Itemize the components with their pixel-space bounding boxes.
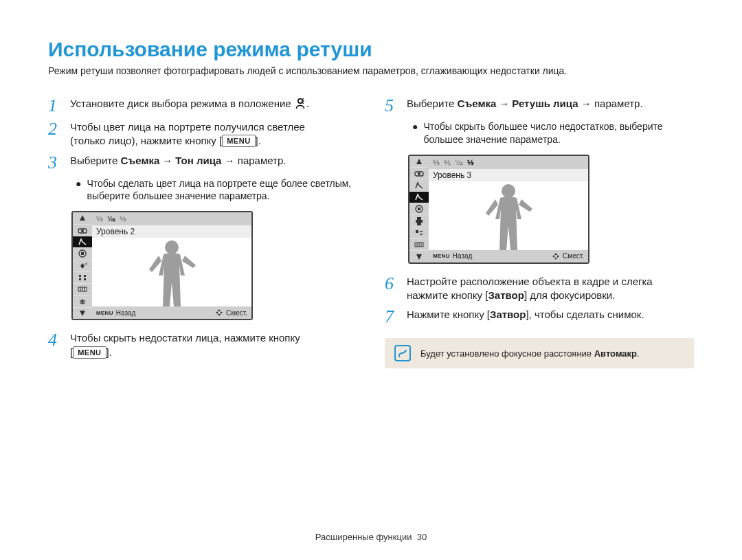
step-7: 7 Нажмите кнопку [Затвор], чтобы сделать… [385,308,694,326]
sidebar-icon [409,203,429,215]
page-intro: Режим ретуши позволяет фотографировать л… [48,65,694,76]
menu-icon: MENU [96,310,113,316]
bullet-text: Чтобы сделать цвет лица на портрете еще … [87,177,357,203]
sidebar-icon [409,227,429,239]
lcd-move: Смест. [552,252,584,260]
svg-rect-5 [81,252,84,255]
lcd-sidebar: off [73,212,92,319]
svg-rect-21 [418,208,420,210]
sidebar-icon [409,215,429,227]
sidebar-icon [409,179,429,191]
note-pre: Будет установлено фокусное расстояние [420,348,594,359]
menu-path-item: Ретушь лица [512,98,578,109]
step-post: ], чтобы сделать снимок. [526,309,644,320]
sidebar-icon [73,212,92,224]
lcd-move: Смест. [215,309,247,317]
step-number: 5 [385,97,400,115]
camera-lcd-screenshot-1: off ⅟₃ [71,211,253,320]
shutter-label: Затвор [488,289,524,301]
lcd-topbar: ⅟₃ ⅟₁ ½₂ ⅓ [429,156,588,169]
level-option-icon: ½₂ [107,215,115,223]
lcd-preview [92,238,251,306]
step-line: Чтобы скрыть недостатки лица, нажмите кн… [70,332,300,344]
level-option-icon: ⅓ [467,159,474,166]
level-option-icon: ½₂ [455,159,463,166]
svg-marker-1 [80,215,85,221]
svg-rect-23 [416,220,423,223]
camera-lcd-screenshot-2: ⅟₃ ⅟₁ ½₂ ⅓ Уровень 3 [408,155,589,264]
step-3: 3 Выберите Съемка→Тон лица → параметр. [48,154,357,172]
bullet-text: Чтобы скрыть большее число недостатков, … [423,120,694,146]
manual-page: Использование режима ретуши Режим ретуши… [0,0,742,560]
sidebar-icon [409,251,429,262]
menu-path-item: Съемка [120,155,159,166]
sidebar-icon [73,296,92,308]
menu-path-post: → параметр. [221,155,286,166]
arrow-icon: → [499,98,509,109]
sidebar-icon: off [73,260,92,272]
step-number: 1 [48,97,63,115]
back-label: Назад [116,309,136,317]
lcd-preview [429,181,588,250]
sidebar-icon [73,308,92,319]
sidebar-icon [409,156,429,168]
step-body: Выберите Съемка→Тон лица → параметр. [70,154,357,172]
shutter-label: Затвор [490,309,526,320]
svg-text:off: off [85,262,87,266]
level-label: Уровень 3 [433,170,471,180]
bullet-dot: ● [412,120,418,146]
sidebar-icon [73,272,92,284]
footer-page-number: 30 [417,532,427,542]
bullet-dot: ● [76,177,81,203]
step-number: 4 [48,331,63,359]
step-line: Чтобы цвет лица на портрете получился св… [70,121,305,133]
svg-rect-25 [416,230,418,233]
svg-rect-22 [417,217,421,220]
note-text: Будет установлено фокусное расстояние Ав… [420,348,640,359]
move-label: Смест. [563,252,584,260]
lcd-level-row: Уровень 2 [92,225,251,238]
sidebar-icon-selected [73,236,92,248]
step-body: Установите диск выбора режима в положени… [70,97,357,115]
step-body: Чтобы цвет лица на портрете получился св… [70,120,357,148]
step-body: Нажмите кнопку [Затвор], чтобы сделать с… [407,308,694,326]
sidebar-icon [73,284,92,295]
menu-icon: MENU [433,253,450,259]
person-silhouette-icon [477,181,539,250]
note-info-icon [394,345,411,361]
step-body: Настройте расположение объекта в кадре и… [407,275,694,303]
step-4: 4 Чтобы скрыть недостатки лица, нажмите … [48,331,357,359]
step-body: Выберите Съемка→Ретушь лица → параметр. [407,97,694,115]
svg-rect-24 [417,223,421,225]
svg-marker-30 [416,254,422,260]
lcd-back: MENU Назад [96,309,135,317]
menu-button-label: MENU [73,346,106,359]
back-label: Назад [453,252,473,260]
svg-point-0 [298,99,302,103]
lcd-level-row: Уровень 3 [429,169,588,181]
svg-point-16 [165,240,179,254]
step-1: 1 Установите диск выбора режима в положе… [48,97,357,115]
svg-rect-7 [79,275,81,277]
menu-button-label: MENU [222,135,255,147]
menu-path-post: → параметр. [578,98,643,109]
menu-path-item: Съемка [457,98,496,109]
arrow-icon: → [162,155,172,166]
sidebar-icon-selected [409,192,429,203]
dpad-icon [552,252,560,260]
step-body: Чтобы скрыть недостатки лица, нажмите кн… [70,331,357,359]
step-tail: . [306,98,309,109]
svg-rect-10 [84,278,86,280]
step-line-post: ]. [256,135,261,146]
svg-point-3 [81,229,84,232]
step-number: 6 [385,275,400,303]
dpad-icon [215,309,223,317]
svg-marker-17 [416,159,422,164]
two-columns: 1 Установите диск выбора режима в положе… [48,94,694,368]
step-5-bullet: ● Чтобы скрыть большее число недостатков… [412,120,694,146]
step-6: 6 Настройте расположение объекта в кадре… [385,275,694,303]
left-column: 1 Установите диск выбора режима в положе… [48,94,357,368]
step-3-bullet: ● Чтобы сделать цвет лица на портрете ещ… [76,177,357,203]
svg-point-19 [418,172,420,175]
move-label: Смест. [226,309,247,317]
